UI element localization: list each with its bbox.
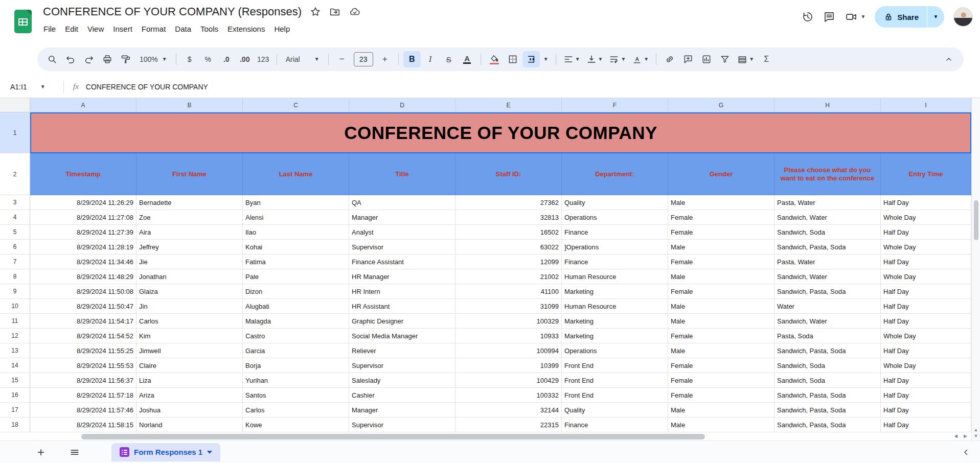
cell[interactable]: Male	[668, 299, 774, 314]
cell[interactable]: Santos	[243, 388, 349, 403]
more-formats-button[interactable]: 123	[255, 51, 272, 67]
cell[interactable]: 63022	[455, 240, 562, 254]
cell[interactable]: QA	[349, 195, 455, 210]
cell[interactable]: Jonathan	[136, 269, 243, 284]
cell[interactable]: Male	[668, 240, 774, 254]
cell[interactable]: 8/29/2024 11:50:47	[30, 299, 136, 314]
field-header-cell[interactable]: Entry Time	[881, 153, 971, 195]
cell[interactable]: Front End	[562, 388, 668, 403]
row-header-2[interactable]: 2	[0, 153, 30, 195]
row-header-6[interactable]: 6	[0, 240, 30, 254]
cell[interactable]: Pale	[243, 269, 349, 284]
row-header-11[interactable]: 11	[0, 314, 30, 329]
menu-help[interactable]: Help	[269, 22, 294, 35]
cell[interactable]: Sandwich, Pasta, Soda	[774, 284, 881, 299]
merged-title-cell[interactable]: CONFERENCE OF YOUR COMPANY	[30, 112, 971, 153]
table-views-button[interactable]: ▼	[735, 51, 757, 67]
row-header-5[interactable]: 5	[0, 225, 30, 240]
row-header-8[interactable]: 8	[0, 269, 30, 284]
borders-button[interactable]	[504, 51, 521, 67]
cell[interactable]: 41100	[455, 284, 562, 299]
cell[interactable]: 100994	[455, 343, 562, 358]
cell[interactable]: Quality	[562, 403, 668, 418]
sheets-logo-icon[interactable]	[14, 10, 32, 33]
insert-link-icon[interactable]	[661, 51, 678, 67]
menu-insert[interactable]: Insert	[108, 22, 137, 35]
video-call-caret-icon[interactable]: ▼	[860, 14, 865, 19]
cell[interactable]: Supervisor	[349, 418, 455, 432]
cell[interactable]: Male	[668, 418, 774, 432]
cell[interactable]: Whole Day	[881, 329, 971, 343]
text-rotation-button[interactable]: ▼	[629, 51, 651, 67]
cell[interactable]: Whole Day	[881, 210, 971, 225]
cell[interactable]: Half Day	[881, 299, 971, 314]
field-header-cell[interactable]: Please choose what do you want to eat on…	[774, 153, 881, 195]
version-history-icon[interactable]	[802, 11, 814, 23]
cell[interactable]: Bernadette	[136, 195, 243, 210]
cell[interactable]: Sandwich, Pasta, Soda	[774, 418, 881, 432]
row-header-1[interactable]: 1	[0, 112, 30, 153]
cell[interactable]: 12099	[455, 254, 562, 269]
cell[interactable]: Garcia	[243, 343, 349, 358]
cell[interactable]: 8/29/2024 11:58:15	[30, 418, 136, 432]
row-header-10[interactable]: 10	[0, 299, 30, 314]
row-header-16[interactable]: 16	[0, 388, 30, 403]
row-header-18[interactable]: 18	[0, 418, 30, 432]
cell[interactable]: Castro	[243, 329, 349, 343]
cell[interactable]: 100332	[455, 388, 562, 403]
cell[interactable]: 8/29/2024 11:54:52	[30, 329, 136, 343]
cell[interactable]: Half Day	[881, 343, 971, 358]
cell[interactable]: Fatima	[243, 254, 349, 269]
row-header-13[interactable]: 13	[0, 343, 30, 358]
cell[interactable]: Female	[668, 373, 774, 388]
cell[interactable]: 8/29/2024 11:50:08	[30, 284, 136, 299]
cell[interactable]: 100429	[455, 373, 562, 388]
cell[interactable]: 8/29/2024 11:26:29	[30, 195, 136, 210]
row-header-12[interactable]: 12	[0, 329, 30, 343]
cell[interactable]: 21002	[455, 269, 562, 284]
cell[interactable]: Sandwich, Water	[774, 269, 881, 284]
cell[interactable]: HR Assistant	[349, 299, 455, 314]
cell[interactable]: Front End	[562, 358, 668, 373]
field-header-cell[interactable]: Timestamp	[30, 153, 136, 195]
cell[interactable]: Sandwich, Soda	[774, 373, 881, 388]
italic-button[interactable]: I	[422, 51, 439, 67]
decrease-decimal-button[interactable]: .0	[218, 51, 235, 67]
print-icon[interactable]	[99, 51, 116, 67]
cell[interactable]: Aira	[136, 225, 243, 240]
decrease-font-size-button[interactable]: −	[333, 51, 351, 67]
account-avatar[interactable]	[953, 7, 973, 27]
increase-font-size-button[interactable]: +	[376, 51, 394, 67]
cell[interactable]: Cashier	[349, 388, 455, 403]
cell[interactable]: 8/29/2024 11:56:37	[30, 373, 136, 388]
cell[interactable]: Malagda	[243, 314, 349, 329]
cell[interactable]: Operations	[562, 210, 668, 225]
row-header-7[interactable]: 7	[0, 254, 30, 269]
cell[interactable]: Borja	[243, 358, 349, 373]
cell[interactable]: 8/29/2024 11:34:46	[30, 254, 136, 269]
functions-button[interactable]: Σ	[758, 51, 775, 67]
cell[interactable]: Marketing	[562, 284, 668, 299]
cell[interactable]: Sandwich, Pasta, Soda	[774, 388, 881, 403]
cell[interactable]: Manager	[349, 403, 455, 418]
redo-icon[interactable]	[80, 51, 98, 67]
cell[interactable]: Social Media Manager	[349, 329, 455, 343]
row-header-17[interactable]: 17	[0, 403, 30, 418]
cell[interactable]: Male	[668, 403, 774, 418]
cell[interactable]: Alugbati	[243, 299, 349, 314]
cell[interactable]: Female	[668, 254, 774, 269]
add-sheet-button[interactable]: +	[31, 442, 51, 462]
row-header-4[interactable]: 4	[0, 210, 30, 225]
cell[interactable]: 10399	[455, 358, 562, 373]
cell[interactable]: Whole Day	[881, 269, 971, 284]
field-header-cell[interactable]: Last Name	[243, 153, 349, 195]
cell[interactable]: Jeffrey	[136, 240, 243, 254]
menu-data[interactable]: Data	[170, 22, 196, 35]
cell[interactable]: Finance	[562, 418, 668, 432]
cell[interactable]: Ariza	[136, 388, 243, 403]
field-header-cell[interactable]: Gender	[668, 153, 774, 195]
cell[interactable]: Water	[774, 299, 881, 314]
scroll-left-icon[interactable]: ◄	[953, 433, 959, 439]
vertical-align-button[interactable]: ▼	[584, 51, 606, 67]
cell[interactable]: Half Day	[881, 225, 971, 240]
